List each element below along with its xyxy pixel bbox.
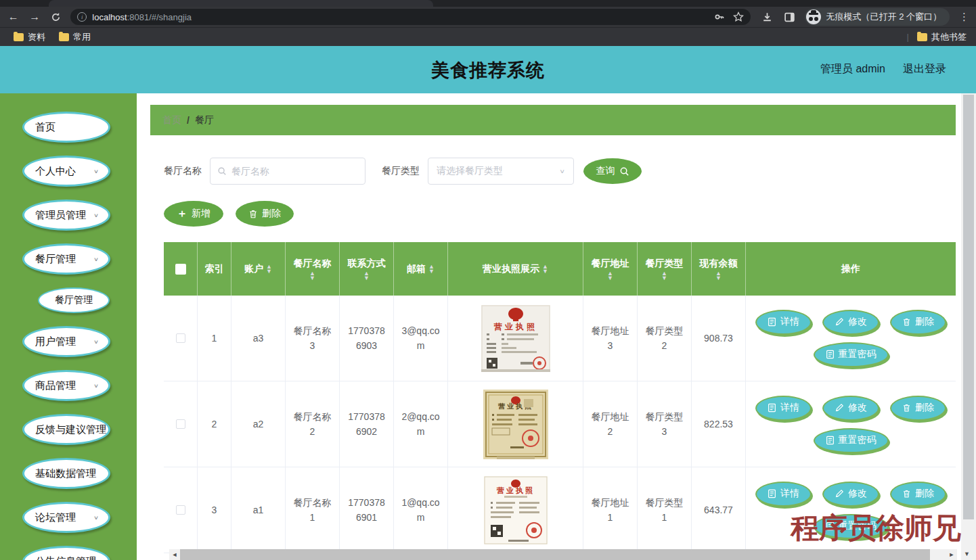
sort-icon[interactable]: ▲▼ xyxy=(428,264,435,274)
cell-phone: 17703786903 xyxy=(340,296,394,381)
delete-button[interactable]: 删除 xyxy=(236,201,294,227)
document-icon xyxy=(768,317,776,327)
search-button[interactable]: 查询 xyxy=(583,158,642,184)
address-bar[interactable]: i localhost:8081/#/shangjia xyxy=(70,9,750,25)
col-index: 索引 xyxy=(198,242,231,296)
sort-icon[interactable]: ▲▼ xyxy=(542,264,548,274)
reload-icon[interactable] xyxy=(48,9,64,25)
cell-actions: 详情 修改 删除 重置密码 xyxy=(746,296,956,381)
trash-icon xyxy=(902,403,911,413)
col-balance[interactable]: 现有余额▲▼ xyxy=(692,242,746,296)
col-phone[interactable]: 联系方式▲▼ xyxy=(340,242,394,296)
sidebar-item-basic-data-management[interactable]: 基础数据管理 xyxy=(22,458,110,489)
delete-row-button[interactable]: 删除 xyxy=(890,396,946,421)
site-info-icon[interactable]: i xyxy=(77,12,87,22)
sort-icon[interactable]: ▲▼ xyxy=(363,271,370,281)
sidebar-item-product-management[interactable]: 商品管理∨ xyxy=(22,370,110,401)
pencil-icon xyxy=(835,489,844,498)
sort-icon[interactable]: ▲▼ xyxy=(266,264,272,274)
sidebar-item-feedback-management[interactable]: 反馈与建议管理 xyxy=(22,414,110,445)
sidebar-subitem-restaurant-management[interactable]: 餐厅管理 xyxy=(38,287,110,313)
bookmark-label: 资料 xyxy=(28,31,45,43)
reset-password-button[interactable]: 重置密码 xyxy=(814,342,889,367)
forward-icon[interactable]: → xyxy=(26,9,42,25)
select-all-checkbox[interactable] xyxy=(175,264,186,275)
chrome-menu-icon[interactable]: ⋮ xyxy=(959,11,969,23)
sidebar-item-user-management[interactable]: 用户管理∨ xyxy=(22,326,110,357)
sort-icon[interactable]: ▲▼ xyxy=(661,271,667,281)
cell-balance: 643.77 xyxy=(692,467,746,553)
detail-button[interactable]: 详情 xyxy=(755,396,812,421)
row-checkbox[interactable] xyxy=(176,505,185,515)
cell-account: a2 xyxy=(231,381,286,467)
row-checkbox[interactable] xyxy=(176,333,185,343)
select-all-checkbox-cell xyxy=(164,242,198,296)
password-key-icon[interactable] xyxy=(714,11,725,22)
edit-button[interactable]: 修改 xyxy=(822,310,879,335)
col-address[interactable]: 餐厅地址▲▼ xyxy=(583,242,638,296)
cell-index: 3 xyxy=(198,467,231,553)
business-license-image[interactable]: 营业执照 xyxy=(483,390,548,459)
sidebar-item-restaurant-management[interactable]: 餐厅管理∨ xyxy=(22,243,110,275)
edit-button[interactable]: 修改 xyxy=(822,482,879,507)
url-text[interactable]: localhost:8081/#/shangjia xyxy=(92,12,192,22)
browser-active-tab[interactable] xyxy=(49,0,433,7)
download-icon[interactable] xyxy=(761,11,773,23)
sidebar-item-admin-management[interactable]: 管理员管理∨ xyxy=(22,200,110,231)
delete-row-button[interactable]: 删除 xyxy=(890,310,946,335)
back-icon[interactable]: ← xyxy=(5,9,21,25)
row-checkbox[interactable] xyxy=(176,419,185,429)
detail-button[interactable]: 详情 xyxy=(755,482,812,507)
sidebar-item-notice-management[interactable]: 公告信息管理 xyxy=(22,546,110,560)
svg-text:营业执照: 营业执照 xyxy=(496,486,535,494)
restaurant-name-input[interactable] xyxy=(231,166,358,177)
sidebar-item-personal-center[interactable]: 个人中心∨ xyxy=(22,156,110,187)
col-account[interactable]: 账户▲▼ xyxy=(231,242,286,296)
delete-row-button[interactable]: 删除 xyxy=(890,482,946,507)
vertical-scrollbar-thumb[interactable] xyxy=(963,95,974,519)
side-panel-icon[interactable] xyxy=(784,11,795,23)
col-name[interactable]: 餐厅名称▲▼ xyxy=(286,242,340,296)
sort-icon[interactable]: ▲▼ xyxy=(715,271,722,281)
bookmark-star-icon[interactable] xyxy=(733,11,744,22)
chevron-down-icon: ∨ xyxy=(93,256,99,262)
sidebar-item-home[interactable]: 首页 xyxy=(22,112,110,143)
edit-button[interactable]: 修改 xyxy=(822,396,879,421)
cell-license: 营业执照 xyxy=(448,467,583,553)
sort-icon[interactable]: ▲▼ xyxy=(607,271,613,281)
scroll-right-icon[interactable]: ► xyxy=(946,549,957,560)
restaurant-name-label: 餐厅名称 xyxy=(164,165,202,177)
col-license[interactable]: 营业执照展示▲▼ xyxy=(448,242,583,296)
business-license-image[interactable]: 营业执照 xyxy=(481,305,550,372)
bookmark-folder-cy[interactable]: 常用 xyxy=(59,31,91,43)
horizontal-scrollbar-thumb[interactable] xyxy=(180,549,930,560)
other-bookmarks[interactable]: 其他书签 xyxy=(917,31,967,43)
col-email[interactable]: 邮箱▲▼ xyxy=(394,242,448,296)
breadcrumb-home[interactable]: 首页 xyxy=(162,114,181,126)
pencil-icon xyxy=(835,317,844,327)
table-row: 1 a3 餐厅名称3 17703786903 3@qq.com 营业执照 xyxy=(164,296,956,381)
detail-button[interactable]: 详情 xyxy=(755,310,812,335)
cell-name: 餐厅名称2 xyxy=(286,381,340,467)
sidebar-item-forum-management[interactable]: 论坛管理∨ xyxy=(22,502,110,533)
logout-link[interactable]: 退出登录 xyxy=(903,62,946,76)
table-toolbar: ＋ 新增 删除 xyxy=(164,201,294,227)
restaurant-type-select[interactable]: 请选择餐厅类型 ∨ xyxy=(428,158,574,185)
chevron-down-icon: ∨ xyxy=(93,338,99,344)
add-button[interactable]: ＋ 新增 xyxy=(164,201,223,227)
scroll-down-icon[interactable]: ▼ xyxy=(964,551,970,557)
sort-icon[interactable]: ▲▼ xyxy=(309,271,315,281)
business-license-image[interactable]: 营业执照 xyxy=(484,476,548,544)
incognito-profile-chip[interactable]: 无痕模式（已打开 2 个窗口） xyxy=(805,8,950,26)
col-type[interactable]: 餐厅类型▲▼ xyxy=(638,242,692,296)
pencil-icon xyxy=(835,403,844,413)
reset-password-button[interactable]: 重置密码 xyxy=(814,428,889,453)
vertical-scrollbar[interactable]: ▼ xyxy=(961,93,976,560)
cell-name: 餐厅名称1 xyxy=(286,467,340,553)
scroll-left-icon[interactable]: ◄ xyxy=(169,549,180,560)
row-checkbox-cell xyxy=(164,296,198,381)
horizontal-scrollbar[interactable]: ◄ ► xyxy=(169,549,957,560)
breadcrumb: 首页 / 餐厅 xyxy=(150,105,956,135)
document-icon xyxy=(826,436,835,445)
bookmark-folder-zl[interactable]: 资料 xyxy=(14,31,45,43)
